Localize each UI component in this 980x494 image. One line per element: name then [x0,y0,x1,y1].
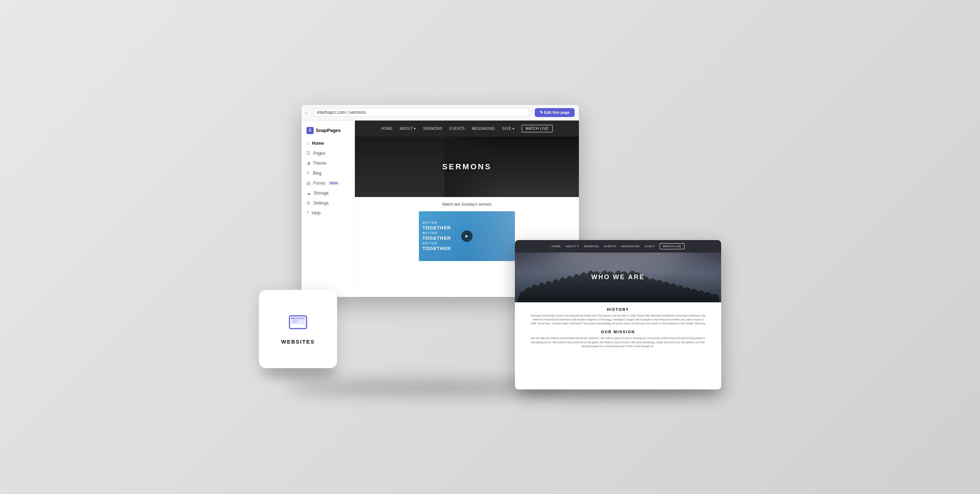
nav-about[interactable]: ABOUT ▾ [400,127,416,131]
hero-title: SERMONS [442,162,492,171]
secondary-nav-give[interactable]: GIVE ▾ [645,245,655,248]
video-line-6: TOGETHER [422,246,468,251]
sidebar-item-settings[interactable]: ⚙ Settings [302,198,355,208]
crowd-silhouette [515,268,721,302]
sidebar-logo: S SnapPages [302,124,355,139]
forms-icon: ▤ [307,181,310,186]
nav-messaging[interactable]: MESSAGING [472,127,495,131]
sidebar-item-forms[interactable]: ▤ Forms NEW [302,178,355,188]
snappages-logo-text: SnapPages [316,127,340,133]
browser-url-bar[interactable]: interbaycc.com / sermons [313,108,529,117]
secondary-nav-messaging[interactable]: MESSAGING [621,245,640,248]
forms-new-badge: NEW [328,181,339,185]
help-icon: ? [307,210,309,215]
sidebar-item-blog-label: Blog [313,171,321,176]
mission-title: OUR MISSION [529,330,707,334]
sidebar-item-forms-label: Forms [313,181,325,186]
svg-point-3 [291,318,293,319]
home-icon: ⌂ [307,141,309,146]
settings-icon: ⚙ [307,201,310,206]
video-people-image [467,211,515,261]
svg-rect-5 [292,321,298,322]
svg-rect-2 [291,317,305,319]
theme-icon: ◑ [307,161,310,166]
edit-page-button[interactable]: ✎ Edit this page [535,108,574,117]
video-play-button[interactable]: ▶ [461,231,473,242]
sidebar-item-storage-label: Storage [313,191,329,196]
sidebar-item-pages-label: Pages [313,151,325,156]
sidebar-item-settings-label: Settings [313,201,329,206]
svg-rect-6 [292,322,296,323]
sidebar: S SnapPages ⌂ Home ☰ Pages ◑ Theme ✎ [302,121,355,297]
video-line-1: BETTER [422,221,468,225]
sidebar-item-home-label: Home [312,141,324,146]
browser-toolbar: ‹ interbaycc.com / sermons ✎ Edit this p… [302,105,579,121]
nav-events[interactable]: EVENTS [449,127,465,131]
secondary-nav-watch-live[interactable]: WATCH LIVE [660,243,684,249]
video-line-2: TOGETHER [422,225,468,231]
secondary-content: HISTORY Interbay Community Church was fo… [515,302,721,352]
video-thumbnail[interactable]: BETTER TOGETHER BETTER TOGETHER BETTER T… [419,211,515,261]
pages-icon: ☰ [307,151,310,156]
websites-card: WEBSITES [259,290,337,368]
snappages-logo-icon: S [307,127,313,134]
site-hero: SERMONS [355,137,579,197]
sidebar-item-pages[interactable]: ☰ Pages [302,148,355,158]
site-nav: HOME ABOUT ▾ SERMONS EVENTS MESSAGING GI… [355,121,579,137]
secondary-nav-about[interactable]: ABOUT ▾ [566,245,579,248]
websites-icon [288,313,308,333]
mission-text: We live with the mission and mindset tha… [529,336,707,348]
storage-icon: ☁ [307,191,311,196]
nav-give[interactable]: GIVE ▾ [502,127,514,131]
sidebar-item-theme-label: Theme [313,161,326,166]
history-title: HISTORY [529,307,707,312]
history-text: Interbay Community Church was founded by… [529,314,707,326]
site-subtitle: Watch last Sunday's sermon [355,197,579,211]
secondary-hero-title: WHO WE ARE [591,274,645,281]
sidebar-item-theme[interactable]: ◑ Theme [302,158,355,168]
mission-section: OUR MISSION We live with the mission and… [529,330,707,348]
sidebar-item-help[interactable]: ? Help [302,208,355,218]
secondary-browser-window: HOME ABOUT ▾ SERMONS EVENTS MESSAGING GI… [515,240,721,389]
blog-icon: ✎ [307,171,310,176]
websites-card-label: WEBSITES [281,339,315,345]
svg-point-4 [293,318,294,319]
nav-sermons[interactable]: SERMONS [423,127,442,131]
sidebar-item-storage[interactable]: ☁ Storage [302,188,355,198]
secondary-nav-events[interactable]: EVENTS [604,245,616,248]
secondary-hero: WHO WE ARE [515,252,721,302]
video-line-5: BETTER [422,242,468,245]
history-section: HISTORY Interbay Community Church was fo… [529,307,707,326]
secondary-nav-home[interactable]: HOME [552,245,561,248]
secondary-nav-sermons[interactable]: SERMONS [584,245,599,248]
sidebar-item-blog[interactable]: ✎ Blog [302,168,355,178]
browser-back-button[interactable]: ‹ [306,110,308,115]
nav-watch-live[interactable]: WATCH LIVE [522,125,553,132]
sidebar-item-help-label: Help [312,210,321,215]
sidebar-item-home[interactable]: ⌂ Home [302,139,355,148]
nav-home[interactable]: HOME [381,127,393,131]
secondary-site-nav: HOME ABOUT ▾ SERMONS EVENTS MESSAGING GI… [515,240,721,252]
